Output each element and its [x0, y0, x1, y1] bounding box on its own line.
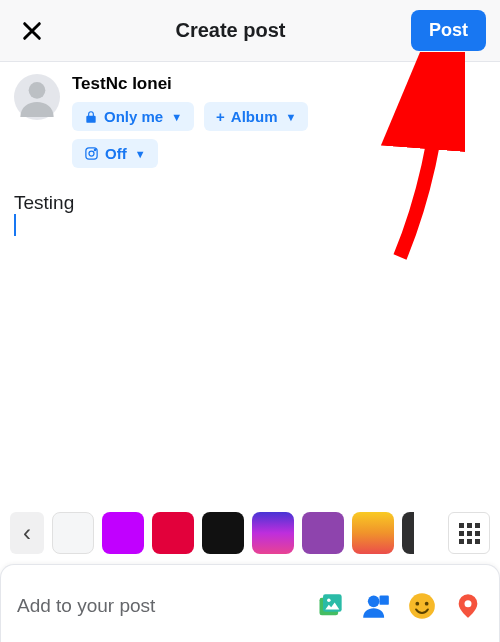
photo-video-button[interactable] [315, 591, 345, 621]
bg-swatch-magenta[interactable] [102, 512, 144, 554]
tag-people-icon [362, 592, 390, 620]
svg-point-11 [425, 601, 429, 605]
album-selector[interactable]: + Album ▼ [204, 102, 308, 131]
close-button[interactable] [14, 13, 50, 49]
instagram-crosspost-selector[interactable]: Off ▼ [72, 139, 158, 168]
plus-icon: + [216, 108, 225, 125]
grid-icon [459, 523, 480, 544]
background-prev-button[interactable]: ‹ [10, 512, 44, 554]
background-more-button[interactable] [448, 512, 490, 554]
caret-down-icon: ▼ [171, 111, 182, 123]
location-icon [454, 592, 482, 620]
page-title: Create post [175, 19, 285, 42]
bg-swatch-black[interactable] [202, 512, 244, 554]
svg-point-12 [465, 600, 472, 607]
audience-label: Only me [104, 108, 163, 125]
caret-down-icon: ▼ [135, 148, 146, 160]
profile-section: TestNc Ionei Only me ▼ + Album ▼ Off [0, 62, 500, 172]
bg-swatch-none[interactable] [52, 512, 94, 554]
composer-area[interactable]: Testing [0, 172, 500, 237]
add-to-post-label[interactable]: Add to your post [17, 595, 155, 617]
svg-point-7 [368, 595, 380, 607]
post-button[interactable]: Post [411, 10, 486, 51]
composer-text[interactable]: Testing [14, 192, 486, 214]
instagram-icon [84, 146, 99, 161]
bg-swatch-dark[interactable] [402, 512, 414, 554]
footer-bar: Add to your post [0, 564, 500, 642]
text-cursor [14, 214, 16, 236]
user-name: TestNc Ionei [72, 74, 308, 94]
avatar [14, 74, 60, 120]
lock-icon [84, 110, 98, 124]
audience-selector[interactable]: Only me ▼ [72, 102, 194, 131]
bg-swatch-sunset[interactable] [252, 512, 294, 554]
feeling-icon [408, 592, 436, 620]
bg-swatch-orange[interactable] [352, 512, 394, 554]
bg-swatch-purple[interactable] [302, 512, 344, 554]
background-swatches [52, 512, 440, 554]
album-label: Album [231, 108, 278, 125]
svg-point-6 [327, 598, 331, 602]
bg-swatch-red[interactable] [152, 512, 194, 554]
caret-down-icon: ▼ [286, 111, 297, 123]
svg-point-9 [409, 593, 435, 619]
svg-point-10 [415, 601, 419, 605]
svg-point-2 [89, 151, 94, 156]
photo-video-icon [316, 592, 344, 620]
svg-point-3 [94, 149, 95, 150]
close-icon [21, 20, 43, 42]
instagram-label: Off [105, 145, 127, 162]
avatar-placeholder-icon [17, 77, 57, 117]
svg-rect-8 [380, 595, 389, 604]
feeling-button[interactable] [407, 591, 437, 621]
svg-point-0 [29, 82, 46, 99]
location-button[interactable] [453, 591, 483, 621]
header-bar: Create post Post [0, 0, 500, 62]
tag-people-button[interactable] [361, 591, 391, 621]
background-picker: ‹ [0, 504, 500, 562]
